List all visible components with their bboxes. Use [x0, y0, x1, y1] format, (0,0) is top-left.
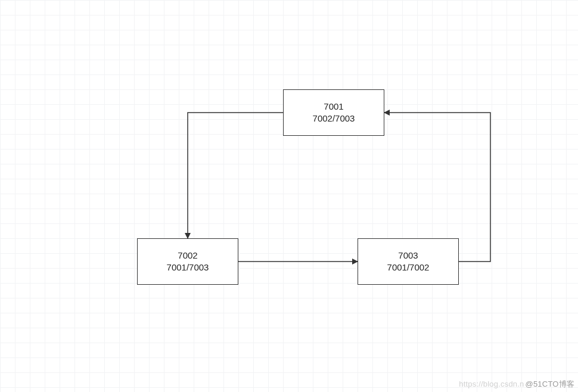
node-7003-title: 7003 [398, 250, 418, 262]
node-7001-sub: 7002/7003 [313, 113, 355, 125]
node-7002: 7002 7001/7003 [137, 238, 238, 285]
node-7001-title: 7001 [324, 101, 343, 113]
edges-layer [0, 0, 578, 392]
node-7002-title: 7002 [178, 250, 197, 262]
watermark: https://blog.csdn.n@51CTO博客 [459, 379, 574, 390]
node-7001: 7001 7002/7003 [283, 89, 384, 136]
watermark-faint: https://blog.csdn.n [459, 379, 524, 388]
diagram-canvas: 7001 7002/7003 7002 7001/7003 7003 7001/… [0, 0, 578, 392]
node-7002-sub: 7001/7003 [167, 262, 209, 273]
node-7003: 7003 7001/7002 [358, 238, 459, 285]
node-7003-sub: 7001/7002 [387, 262, 430, 273]
watermark-main: @51CTO博客 [526, 379, 574, 388]
edge-a-to-b [188, 113, 283, 238]
